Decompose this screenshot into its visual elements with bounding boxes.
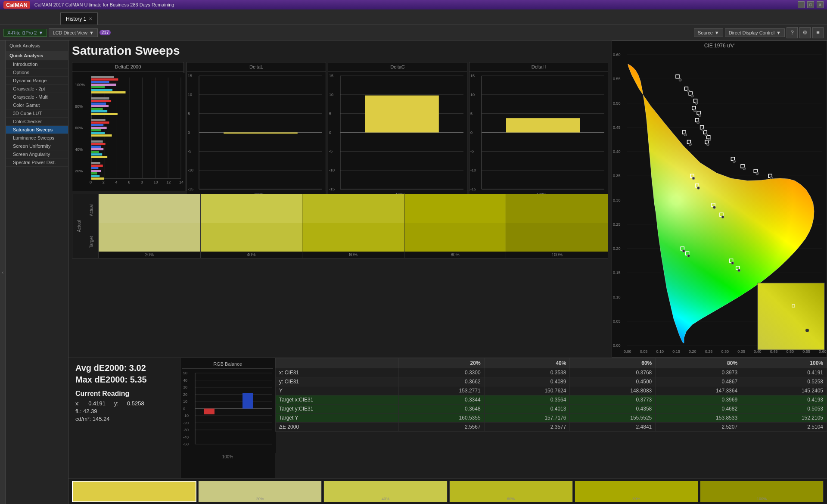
max-de2000: Max dE2000: 5.35 bbox=[75, 375, 173, 385]
device-name: X-Rite i1Pro 2 bbox=[7, 30, 37, 35]
cie-chart-title: CIE 1976 u'v' bbox=[612, 41, 827, 50]
sidebar-item-spectral-power[interactable]: Spectral Power Dist. bbox=[6, 159, 68, 167]
filmstrip: 20%40%60%80%100% bbox=[68, 478, 827, 504]
app-logo: CalMAN bbox=[3, 1, 30, 9]
sidebar-item-grayscale-2pt[interactable]: Grayscale - 2pt bbox=[6, 85, 68, 93]
page-title: Saturation Sweeps bbox=[72, 44, 608, 58]
dropdown-icon: ▼ bbox=[38, 30, 43, 35]
table-row-3: Target x:CIE310.33440.35640.37730.39690.… bbox=[276, 395, 827, 404]
cell-label-1: y: CIE31 bbox=[276, 377, 399, 386]
swatch-pct-2: 40% bbox=[201, 252, 302, 258]
table-row-6: ΔE 20002.55672.35772.48412.52072.5104 bbox=[276, 423, 827, 432]
cie-chart: CIE 1976 u'v' bbox=[612, 40, 827, 358]
tab-close-icon[interactable]: ✕ bbox=[89, 16, 92, 21]
cell-2-2: 148.8083 bbox=[570, 386, 656, 395]
fl-reading-row: fL: 42.39 bbox=[75, 408, 173, 414]
cell-5-1: 157.7176 bbox=[484, 414, 570, 423]
cell-0-0: 0.3300 bbox=[398, 368, 484, 377]
rgb-balance-chart: RGB Balance 100% bbox=[180, 358, 275, 478]
sidebar-collapse-button[interactable]: ‹ bbox=[0, 40, 6, 504]
sidebar-item-grayscale-multi[interactable]: Grayscale - Multi bbox=[6, 93, 68, 101]
charts-area: Saturation Sweeps DeltaE 2000 DeltaL bbox=[68, 40, 612, 358]
cell-label-2: Y bbox=[276, 386, 399, 395]
sidebar: Quick Analysis Quick Analysis Introducti… bbox=[6, 40, 68, 504]
sidebar-item-luminance-sweeps[interactable]: Luminance Sweeps bbox=[6, 134, 68, 142]
swatch-actual-5 bbox=[506, 194, 608, 223]
history-tab[interactable]: History 1 ✕ bbox=[60, 12, 98, 25]
ddc-button[interactable]: Direct Display Control ▼ bbox=[725, 28, 785, 37]
filmstrip-swatch-1[interactable]: 20% bbox=[198, 481, 322, 502]
menu-icon[interactable]: ≡ bbox=[812, 27, 824, 38]
table-row-5: Target Y160.5355157.7176155.5525153.8533… bbox=[276, 414, 827, 423]
sidebar-item-screen-uniformity[interactable]: Screen Uniformity bbox=[6, 142, 68, 150]
sidebar-item-saturation-sweeps[interactable]: Saturation Sweeps bbox=[6, 126, 68, 134]
cell-4-2: 0.4358 bbox=[570, 404, 656, 414]
current-reading-title: Current Reading bbox=[75, 390, 173, 398]
swatches-inner: 20%40%60%80%100% bbox=[98, 194, 608, 258]
cell-2-3: 147.3364 bbox=[656, 386, 741, 395]
cell-6-4: 2.5104 bbox=[741, 423, 827, 432]
cell-1-2: 0.4500 bbox=[570, 377, 656, 386]
cell-label-6: ΔE 2000 bbox=[276, 423, 399, 432]
filmstrip-swatch-5[interactable]: 100% bbox=[700, 481, 824, 502]
help-button[interactable]: ? bbox=[787, 27, 798, 38]
swatch-pair-5: 100% bbox=[506, 194, 608, 258]
title-bar: CalMAN CalMAN 2017 CalMAN Ultimate for B… bbox=[0, 0, 827, 9]
x-reading-row: x: 0.4191 y: 0.5258 bbox=[75, 400, 173, 407]
swatch-actual-4 bbox=[404, 194, 506, 223]
toolbar: X-Rite i1Pro 2 ▼ LCD Direct View ▼ 217 S… bbox=[0, 25, 827, 40]
cell-3-3: 0.3969 bbox=[656, 395, 741, 404]
cell-3-2: 0.3773 bbox=[570, 395, 656, 404]
sidebar-item-screen-angularity[interactable]: Screen Angularity bbox=[6, 150, 68, 159]
avg-de2000: Avg dE2000: 3.02 bbox=[75, 363, 173, 373]
filmstrip-swatch-3[interactable]: 60% bbox=[449, 481, 573, 502]
sidebar-item-introduction[interactable]: Introduction bbox=[6, 60, 68, 68]
stats-panel: Avg dE2000: 3.02 Max dE2000: 5.35 Curren… bbox=[68, 358, 180, 478]
cell-6-3: 2.5207 bbox=[656, 423, 741, 432]
swatch-labels: Actual bbox=[72, 194, 85, 258]
mode-selector[interactable]: LCD Direct View ▼ bbox=[49, 28, 97, 37]
cell-0-4: 0.4191 bbox=[741, 368, 827, 377]
delta-c-chart: DeltaC bbox=[328, 62, 467, 191]
settings-icon[interactable]: ⚙ bbox=[799, 27, 811, 38]
swatch-actual-2 bbox=[201, 194, 302, 223]
tab-bar: History 1 ✕ bbox=[0, 9, 827, 25]
sidebar-item-colorchecker[interactable]: ColorChecker bbox=[6, 118, 68, 126]
cell-6-2: 2.4841 bbox=[570, 423, 656, 432]
swatch-pct-1: 20% bbox=[99, 252, 200, 258]
filmstrip-swatch-0[interactable] bbox=[72, 481, 196, 502]
cell-5-2: 155.5525 bbox=[570, 414, 656, 423]
cdm2-value: cd/m²: 145.24 bbox=[75, 416, 110, 422]
filmstrip-swatch-4[interactable]: 80% bbox=[575, 481, 698, 502]
cdm2-reading-row: cd/m²: 145.24 bbox=[75, 416, 173, 422]
filmstrip-swatch-2[interactable]: 40% bbox=[323, 481, 447, 502]
cell-1-3: 0.4867 bbox=[656, 377, 741, 386]
main-layout: ‹ Quick Analysis Quick Analysis Introduc… bbox=[0, 40, 827, 504]
cell-5-4: 152.2105 bbox=[741, 414, 827, 423]
col-header-label bbox=[276, 358, 399, 368]
cell-5-3: 153.8533 bbox=[656, 414, 741, 423]
sidebar-item-options[interactable]: Options bbox=[6, 68, 68, 77]
table-row-1: y: CIE310.36620.40890.45000.48670.5258 bbox=[276, 377, 827, 386]
delta-l-chart: DeltaL bbox=[187, 62, 326, 191]
swatch-target-4 bbox=[404, 223, 506, 252]
swatch-pct-3: 60% bbox=[302, 252, 404, 258]
actual-label: Actual bbox=[77, 220, 81, 232]
sidebar-item-color-gamut[interactable]: Color Gamut bbox=[6, 101, 68, 109]
sidebar-item-3d-cube-lut[interactable]: 3D Cube LUT bbox=[6, 109, 68, 118]
delta-charts: DeltaL DeltaC DeltaH bbox=[187, 62, 608, 191]
swatch-pct-4: 80% bbox=[404, 252, 506, 258]
cell-5-0: 160.5355 bbox=[398, 414, 484, 423]
source-dropdown-icon: ▼ bbox=[715, 30, 719, 35]
cell-2-1: 150.7624 bbox=[484, 386, 570, 395]
sidebar-item-dynamic-range[interactable]: Dynamic Range bbox=[6, 77, 68, 85]
minimize-button[interactable]: ─ bbox=[798, 1, 805, 8]
col-header-100: 100% bbox=[741, 358, 827, 368]
col-header-40: 40% bbox=[484, 358, 570, 368]
device-selector[interactable]: X-Rite i1Pro 2 ▼ bbox=[3, 29, 47, 37]
col-header-80: 80% bbox=[656, 358, 741, 368]
source-button[interactable]: Source ▼ bbox=[694, 28, 723, 37]
app-title: CalMAN 2017 CalMAN Ultimate for Business… bbox=[34, 2, 174, 7]
maximize-button[interactable]: □ bbox=[807, 1, 814, 8]
close-button[interactable]: ✕ bbox=[817, 1, 824, 8]
